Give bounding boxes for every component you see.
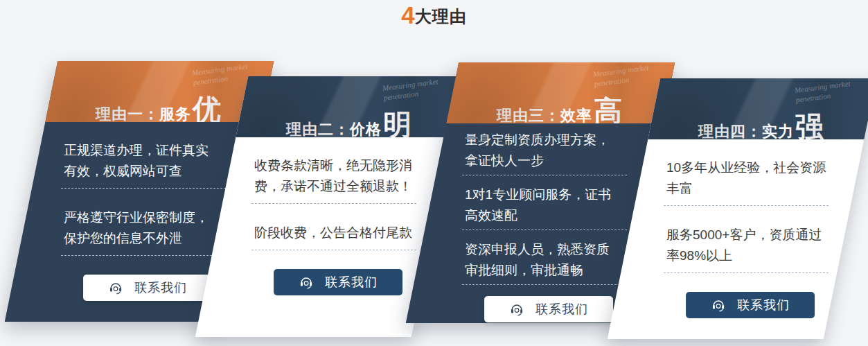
dashed-divider [61,255,226,256]
card-item-text: 严格遵守行业保密制度， 保护您的信息不外泄 [64,207,226,249]
dashed-divider [664,273,829,273]
contact-us-label: 联系我们 [535,301,588,318]
section-title-text: 大理由 [415,7,467,26]
reason-title: 理由二：价格 [286,122,382,137]
section-title-number: 4 [401,1,414,28]
newsprint-watermark: Measuring market penetration [191,61,249,87]
card-item-text: 量身定制资质办理方案， 拿证快人一步 [465,130,627,171]
card-item-text: 正规渠道办理，证件真实 有效，权威网站可查 [64,140,226,182]
newsprint-watermark: Measuring market penetration [382,76,440,103]
headset-icon [108,280,123,295]
newsprint-watermark: Measuring market penetration [592,62,650,89]
dashed-divider [462,230,627,230]
reason-title-highlight: 强 [795,115,824,139]
reason-card-4-header: Measuring market penetration 理由四：实力 强 [648,78,868,139]
reason-title-highlight: 优 [193,98,221,122]
reason-card-1-header: Measuring market penetration 理由一：服务 优 [45,61,274,122]
contact-us-label: 联系我们 [134,279,187,296]
card-item-text: 阶段收费，公告合格付尾款 [254,223,416,243]
headset-icon [711,297,726,313]
dashed-divider [462,284,627,285]
newsprint-watermark: Measuring market penetration [794,78,852,105]
card-item-text: 1对1专业顾问服务，证书 高效速配 [465,184,627,226]
contact-us-button[interactable]: 联系我们 [484,296,613,322]
contact-us-button[interactable]: 联系我们 [274,269,402,295]
contact-us-button[interactable]: 联系我们 [83,275,212,301]
contact-us-button[interactable]: 联系我们 [686,292,815,318]
card-item-text: 服务5000+客户，资质通过 率98%以上 [666,225,829,266]
reason-title: 理由四：实力 [698,124,794,139]
card-item-text: 10多年从业经验，社会资源 丰富 [666,157,829,199]
reason-title-highlight: 高 [594,99,622,123]
section-title: 4大理由 [0,1,868,29]
reason-card-3-header: Measuring market penetration 理由三：效率 高 [446,62,675,123]
contact-us-label: 联系我们 [325,274,378,291]
card-item-text: 收费条款清晰，绝无隐形消 费，承诺不通过全额退款！ [254,155,416,197]
contact-us-label: 联系我们 [737,297,790,313]
dashed-divider [251,203,416,204]
reason-title: 理由三：效率 [497,108,592,123]
headset-icon [509,302,524,317]
reason-title: 理由一：服务 [96,107,191,122]
dashed-divider [251,250,416,250]
reason-title-highlight: 明 [383,113,411,137]
headset-icon [299,275,314,290]
reason-card-4-body: 10多年从业经验，社会资源 丰富服务5000+客户，资质通过 率98%以上 联系… [608,139,865,339]
dashed-divider [462,175,627,175]
dashed-divider [664,205,829,206]
card-item-text: 资深申报人员，熟悉资质 审批细则，审批通畅 [465,239,627,281]
dashed-divider [61,188,226,189]
